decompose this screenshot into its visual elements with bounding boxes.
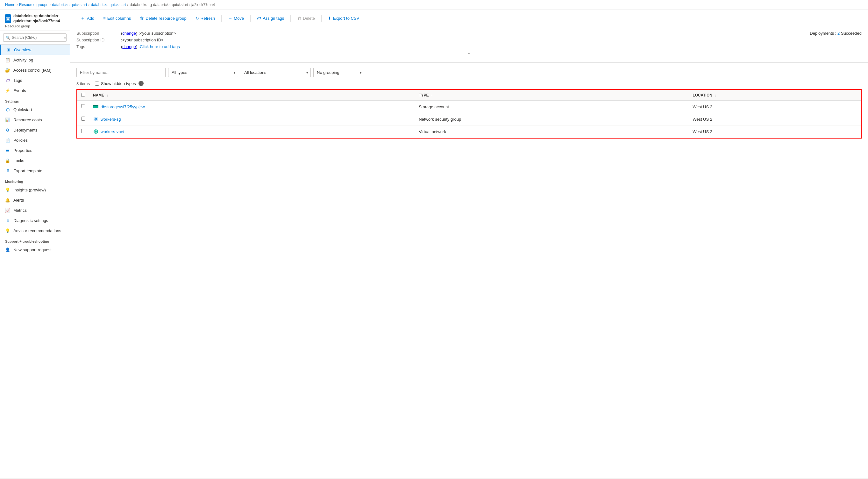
row-location-cell-1: West US 2	[689, 113, 861, 125]
new-support-request-icon: 👤	[5, 247, 10, 252]
sidebar-item-export-template-label: Export template	[13, 169, 42, 173]
sidebar-item-overview-label: Overview	[14, 48, 31, 52]
resource-group-icon	[5, 14, 11, 23]
sidebar-item-export-template[interactable]: 🖥 Export template	[0, 166, 70, 176]
subscription-label: Subscription	[76, 31, 121, 36]
row-name-link-1[interactable]: workers-sg	[101, 117, 121, 122]
sidebar-item-policies-label: Policies	[13, 138, 28, 143]
search-icon: 🔍	[6, 36, 10, 40]
items-count: 3 items	[76, 81, 90, 86]
sidebar-item-tags[interactable]: 🏷 Tags	[0, 75, 70, 85]
types-select[interactable]: All types	[168, 68, 238, 77]
sidebar-item-quickstart[interactable]: ⬡ Quickstart	[0, 104, 70, 115]
row-checkbox-cell-2	[78, 125, 90, 138]
svg-rect-5	[94, 106, 95, 107]
show-hidden-label[interactable]: Show hidden types i	[95, 81, 144, 86]
row-checkbox-1[interactable]	[81, 117, 85, 121]
filter-by-name-input[interactable]	[76, 68, 165, 77]
sidebar-item-metrics[interactable]: 📈 Metrics	[0, 205, 70, 215]
sidebar-item-alerts[interactable]: 🔔 Alerts	[0, 195, 70, 205]
sidebar-item-access-control-label: Access control (IAM)	[13, 68, 52, 72]
select-all-checkbox[interactable]	[81, 93, 85, 97]
breadcrumb-resource-groups[interactable]: Resource groups	[19, 3, 48, 7]
tags-add-link[interactable]: Click here to add tags	[140, 44, 180, 49]
sidebar-item-activity-log[interactable]: 📋 Activity log	[0, 55, 70, 65]
resource-costs-icon: 📊	[5, 117, 10, 122]
breadcrumb-databricks-quickstart-1[interactable]: databricks-quickstart	[52, 3, 87, 7]
deployments-label: Deployments	[810, 31, 834, 36]
move-button[interactable]: → Move	[224, 14, 248, 23]
add-button[interactable]: ＋ Add	[76, 13, 98, 24]
delete-resource-group-button[interactable]: 🗑 Delete resource group	[136, 14, 190, 23]
sidebar-header: databricks-rg-databricks-quickstart-sja2…	[0, 10, 70, 31]
type-column-header[interactable]: TYPE ↕	[415, 90, 689, 101]
grouping-select-wrap: No grouping	[313, 68, 364, 77]
row-icon-1	[93, 116, 99, 122]
events-icon: ⚡	[5, 88, 10, 93]
row-checkbox-2[interactable]	[81, 129, 85, 133]
sidebar-item-deployments-label: Deployments	[13, 128, 38, 132]
sidebar-item-advisor-recommendations[interactable]: 💡 Advisor recommendations	[0, 226, 70, 236]
assign-tags-icon: 🏷	[257, 16, 261, 21]
toolbar-divider-2	[250, 14, 251, 22]
diagnostic-settings-icon: 🖥	[5, 218, 10, 223]
sidebar-item-events[interactable]: ⚡ Events	[0, 85, 70, 95]
sidebar-item-overview[interactable]: ⊞ Overview	[0, 44, 70, 55]
row-name-link-2[interactable]: workers-vnet	[101, 129, 124, 134]
sidebar-item-metrics-label: Metrics	[13, 208, 27, 213]
subscription-value: <your subscription>	[140, 31, 176, 36]
edit-columns-button[interactable]: ≡ Edit columns	[99, 14, 135, 23]
refresh-button[interactable]: ↻ Refresh	[192, 14, 219, 23]
sidebar-item-resource-costs[interactable]: 📊 Resource costs	[0, 115, 70, 125]
sidebar-item-access-control[interactable]: 🔐 Access control (IAM)	[0, 65, 70, 75]
toolbar-divider-3	[290, 14, 291, 22]
row-icon-0	[93, 104, 99, 110]
toolbar: ＋ Add ≡ Edit columns 🗑 Delete resource g…	[70, 10, 868, 27]
name-column-header[interactable]: NAME ↕	[89, 90, 415, 101]
assign-tags-button[interactable]: 🏷 Assign tags	[253, 14, 288, 23]
row-location-cell-2: West US 2	[689, 125, 861, 138]
sidebar-item-tags-label: Tags	[13, 78, 22, 83]
sidebar-item-new-support-request[interactable]: 👤 New support request	[0, 245, 70, 255]
name-sort-icon: ↕	[107, 94, 108, 97]
activity-log-icon: 📋	[5, 57, 10, 62]
row-checkbox-0[interactable]	[81, 104, 85, 108]
show-hidden-checkbox[interactable]	[95, 82, 99, 86]
delete-button[interactable]: 🗑 Delete	[293, 14, 319, 23]
breadcrumb-home[interactable]: Home	[5, 3, 15, 7]
locations-select[interactable]: All locations	[241, 68, 311, 77]
overview-icon: ⊞	[6, 47, 11, 52]
row-type-cell-0: Storage account	[415, 101, 689, 113]
move-icon: →	[228, 16, 232, 21]
subscription-id-row: Subscription ID : <your subscription ID>	[76, 37, 810, 42]
advisor-recommendations-icon: 💡	[5, 228, 10, 233]
row-name-link-0[interactable]: dbstorageysl7f25yypjew	[101, 104, 145, 109]
subscription-change-link: (change)	[121, 31, 137, 36]
main-content: ＋ Add ≡ Edit columns 🗑 Delete resource g…	[70, 10, 868, 478]
location-column-header[interactable]: LOCATION ↕	[689, 90, 861, 101]
sidebar-item-deployments[interactable]: ⚙ Deployments	[0, 125, 70, 135]
sidebar-item-insights[interactable]: 💡 Insights (preview)	[0, 185, 70, 195]
collapse-arrow[interactable]: ⌃	[76, 51, 862, 59]
grouping-select[interactable]: No grouping	[313, 68, 364, 77]
svg-rect-1	[6, 17, 10, 18]
svg-point-8	[95, 119, 96, 119]
sidebar-item-policies[interactable]: 📄 Policies	[0, 135, 70, 145]
sidebar-item-locks[interactable]: 🔒 Locks	[0, 155, 70, 166]
delete-rg-icon: 🗑	[140, 16, 144, 21]
policies-icon: 📄	[5, 138, 10, 143]
sidebar-item-diagnostic-settings-label: Diagnostic settings	[13, 218, 48, 223]
info-section: Subscription (change) : <your subscripti…	[70, 27, 868, 63]
export-csv-button[interactable]: ⬇ Export to CSV	[324, 14, 363, 23]
sidebar-item-diagnostic-settings[interactable]: 🖥 Diagnostic settings	[0, 215, 70, 226]
resources-section: All types All locations No grouping 3 it…	[70, 63, 868, 478]
search-input[interactable]	[3, 33, 66, 42]
sidebar-item-properties[interactable]: ☰ Properties	[0, 145, 70, 155]
sidebar-item-properties-label: Properties	[13, 148, 32, 153]
metrics-icon: 📈	[5, 208, 10, 213]
collapse-icon[interactable]: «	[64, 35, 66, 40]
deployments-count[interactable]: 2	[837, 31, 840, 36]
breadcrumb-databricks-quickstart-2[interactable]: databricks-quickstart	[91, 3, 126, 7]
deployments-info: Deployments : 2 Succeeded	[810, 31, 862, 36]
row-name-cell-2: workers-vnet	[89, 125, 415, 138]
